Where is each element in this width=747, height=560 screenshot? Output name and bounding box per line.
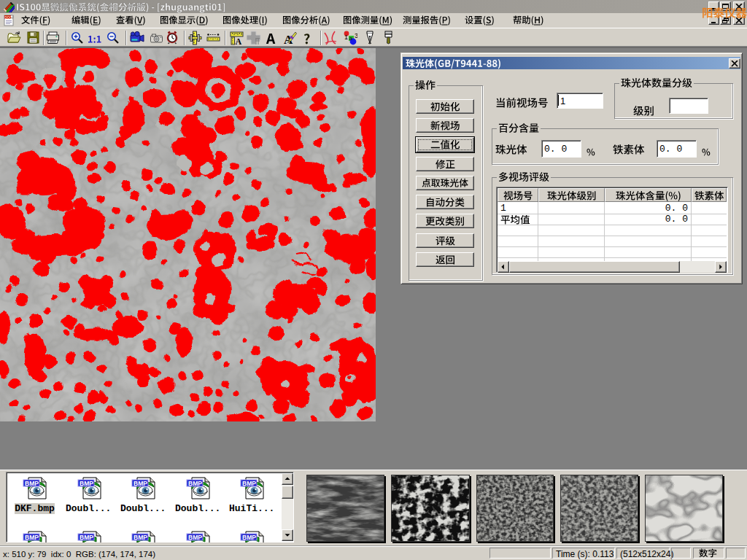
- svg-text:BMP: BMP: [242, 480, 256, 487]
- svg-text:BMP: BMP: [80, 534, 93, 541]
- svg-text:BMP: BMP: [188, 480, 202, 487]
- svg-text:BMP: BMP: [25, 534, 39, 541]
- svg-text:BMP: BMP: [80, 480, 93, 487]
- svg-text:BMP: BMP: [133, 480, 147, 487]
- svg-text:1: 1: [344, 34, 348, 41]
- svg-text:3: 3: [355, 32, 357, 39]
- svg-text:a: a: [349, 35, 353, 42]
- svg-text:BMP: BMP: [188, 534, 202, 541]
- svg-text:DOC: DOC: [5, 16, 13, 20]
- svg-text:BMP: BMP: [25, 480, 39, 487]
- svg-text:BMP: BMP: [242, 534, 256, 541]
- svg-text:BMP: BMP: [133, 534, 147, 541]
- svg-text:A: A: [236, 36, 242, 45]
